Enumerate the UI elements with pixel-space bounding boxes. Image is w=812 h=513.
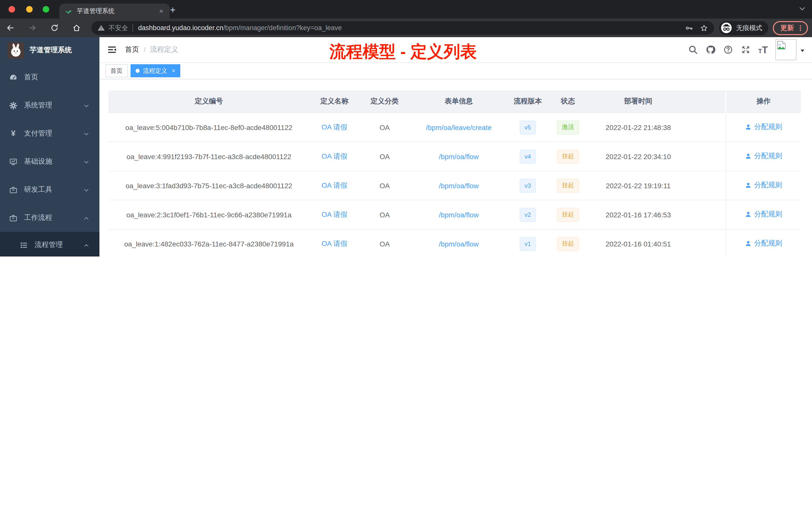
assign-rule-button[interactable]: 分配规则 (745, 181, 782, 190)
assign-rule-button[interactable]: 分配规则 (745, 152, 782, 161)
dashboard-icon (9, 73, 18, 82)
chevron-up-icon (83, 242, 89, 248)
form-link[interactable]: /bpm/oa/flow (439, 211, 479, 219)
screen: 芋道管理系统 × + 不安全 dashboard.yudao.iocoder.c… (0, 0, 812, 256)
tab-title: 芋道管理系统 (77, 7, 158, 15)
sidebar-toggle-hamburger-icon[interactable] (107, 45, 117, 55)
operations[interactable]: 分配规则 (726, 229, 801, 256)
version-badge: v2 (520, 208, 536, 221)
definition-name-link[interactable]: OA 请假 (322, 123, 348, 131)
column-header-定义分类: 定义分类 (359, 90, 410, 113)
gear-icon (9, 101, 18, 110)
definition-name-link[interactable]: OA 请假 (322, 181, 348, 189)
column-header-定义名称: 定义名称 (309, 90, 359, 113)
sidebar-item-系统管理[interactable]: 系统管理 (0, 91, 99, 119)
status-badge: 激活 (557, 120, 579, 134)
definition-name[interactable]: OA 请假 (309, 113, 359, 142)
form-info[interactable]: /bpm/oa/flow (410, 200, 508, 229)
forward-button[interactable] (25, 21, 39, 35)
form-link[interactable]: /bpm/oa/flow (439, 240, 479, 248)
operations[interactable]: 分配规则 (726, 113, 801, 142)
tag-close-icon[interactable]: × (172, 67, 175, 74)
form-link[interactable]: /bpm/oa/flow (439, 181, 479, 189)
version-badge: v3 (520, 178, 536, 192)
password-key-icon[interactable] (685, 24, 693, 32)
form-link[interactable]: /bpm/oa/leave/create (426, 123, 492, 131)
assign-rule-button[interactable]: 分配规则 (745, 239, 782, 248)
tab-favicon-sprout-icon (64, 7, 72, 15)
operations[interactable]: 分配规则 (726, 142, 801, 171)
form-link[interactable]: /bpm/oa/flow (439, 152, 479, 160)
form-info[interactable]: /bpm/oa/flow (410, 142, 508, 171)
help-icon[interactable] (723, 45, 733, 55)
home-button[interactable] (69, 21, 83, 35)
sidebar-item-流程管理[interactable]: 流程管理 (0, 232, 99, 256)
window-zoom-button[interactable] (43, 6, 49, 12)
avatar[interactable] (775, 39, 796, 60)
assign-rule-label: 分配规则 (754, 181, 782, 190)
breadcrumb-separator: / (144, 46, 146, 54)
user-icon (745, 182, 752, 189)
avatar-caret-down-icon[interactable] (800, 47, 806, 53)
url-text[interactable]: dashboard.yudao.iocoder.cn/bpm/manager/d… (138, 24, 679, 32)
column-header-定义编号: 定义编号 (109, 90, 309, 113)
browser-update-button[interactable]: 更新 (773, 21, 808, 35)
form-info[interactable]: /bpm/oa/flow (410, 229, 508, 256)
definition-name-link[interactable]: OA 请假 (322, 210, 348, 218)
sidebar-item-label: 系统管理 (24, 101, 52, 110)
search-icon[interactable] (688, 45, 698, 55)
assign-rule-button[interactable]: 分配规则 (745, 122, 782, 131)
logo-title: 芋道管理系统 (30, 46, 72, 55)
tab-close-icon[interactable]: × (158, 7, 165, 15)
table-row: oa_leave:4:991f2193-7b7f-11ec-a3c8-acde4… (109, 142, 801, 171)
window-close-button[interactable] (8, 6, 15, 12)
operations[interactable]: 分配规则 (726, 171, 801, 200)
sidebar-item-工作流程[interactable]: 工作流程 (0, 204, 99, 232)
chevron-down-icon (83, 159, 89, 164)
browser-menu-dots-icon[interactable] (796, 24, 805, 32)
window-minimize-button[interactable] (26, 6, 33, 12)
back-button[interactable] (3, 21, 17, 35)
form-info[interactable]: /bpm/oa/leave/create (410, 113, 508, 142)
github-icon[interactable] (705, 45, 716, 55)
address-bar[interactable]: 不安全 dashboard.yudao.iocoder.cn/bpm/manag… (91, 21, 714, 35)
browser-tab[interactable]: 芋道管理系统 × (59, 3, 170, 19)
definition-name-link[interactable]: OA 请假 (322, 152, 348, 160)
tab-search-chevron-icon[interactable] (799, 5, 806, 12)
new-tab-button[interactable]: + (166, 3, 180, 17)
assign-rule-button[interactable]: 分配规则 (745, 210, 782, 219)
assign-rule-label: 分配规则 (754, 122, 782, 131)
status: 激活 (548, 113, 588, 142)
status-badge: 挂起 (557, 149, 579, 163)
tag-流程定义[interactable]: 流程定义× (130, 64, 180, 77)
not-secure-label[interactable]: 不安全 (109, 23, 128, 32)
definition-name[interactable]: OA 请假 (309, 142, 359, 171)
definition-category: OA (359, 229, 410, 256)
sidebar-item-首页[interactable]: 首页 (0, 63, 99, 91)
definition-category: OA (359, 142, 410, 171)
operations[interactable]: 分配规则 (726, 200, 801, 229)
definition-name-link[interactable]: OA 请假 (322, 239, 348, 247)
sidebar-item-支付管理[interactable]: ¥支付管理 (0, 119, 99, 148)
definition-name[interactable]: OA 请假 (309, 200, 359, 229)
not-secure-warning-icon (97, 24, 105, 32)
app-header: 首页 / 流程定义 流程模型 - 定义列表 TT (99, 37, 812, 63)
sidebar-item-基础设施[interactable]: 基础设施 (0, 148, 99, 176)
breadcrumb-home[interactable]: 首页 (125, 45, 139, 54)
sidebar-item-研发工具[interactable]: 研发工具 (0, 176, 99, 204)
sidebar-item-label: 研发工具 (24, 185, 52, 194)
bookmark-star-icon[interactable] (700, 24, 708, 32)
fullscreen-icon[interactable] (741, 45, 751, 55)
process-version: v3 (508, 171, 548, 200)
definition-name[interactable]: OA 请假 (309, 171, 359, 200)
tag-首页[interactable]: 首页 (106, 64, 127, 77)
sidebar-logo[interactable]: 芋道管理系统 (0, 37, 99, 63)
page-content: 定义编号定义名称定义分类表单信息流程版本状态部署时间操作 oa_leave:5:… (99, 79, 812, 256)
definition-name[interactable]: OA 请假 (309, 229, 359, 256)
logo-image (7, 42, 24, 58)
definition-category: OA (359, 200, 410, 229)
font-size-icon[interactable]: TT (758, 45, 768, 55)
reload-button[interactable] (47, 21, 61, 35)
form-info[interactable]: /bpm/oa/flow (410, 171, 508, 200)
sidebar-item-label: 工作流程 (24, 213, 52, 222)
